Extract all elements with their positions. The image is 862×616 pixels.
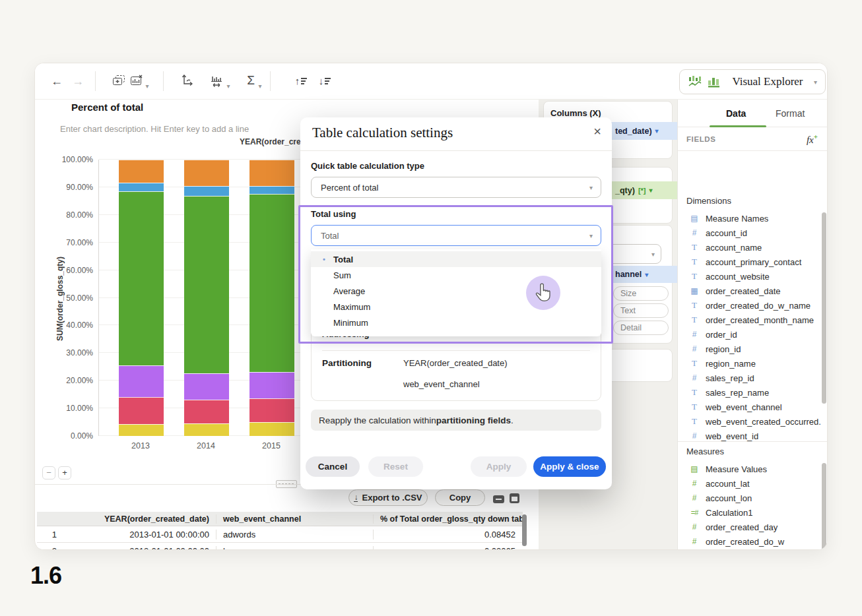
dimension-field-item[interactable]: region_name (681, 356, 821, 371)
close-button[interactable]: × (593, 124, 601, 139)
bar-segment-green-segment[interactable] (119, 191, 164, 365)
zoom-out-button[interactable]: − (42, 466, 55, 479)
sort-descending-button[interactable]: ↓ (316, 73, 333, 90)
dimension-field-item[interactable]: web_event_created_occurred... (681, 414, 821, 429)
dimension-field-item[interactable]: account_primary_contact (681, 255, 821, 269)
dimension-field-item[interactable]: sales_rep_name (681, 385, 821, 400)
tab-format[interactable]: Format (776, 100, 805, 127)
dimension-field-item[interactable]: account_id (681, 226, 821, 240)
cancel-button[interactable]: Cancel (306, 456, 360, 477)
zoom-in-button[interactable]: + (58, 466, 71, 479)
total-using-select[interactable]: Total ▾ (311, 225, 601, 246)
bar-segment-red-segment[interactable] (249, 398, 294, 422)
bar-segment-orange-segment[interactable] (184, 160, 229, 186)
bar-segment-yellow-segment[interactable] (119, 424, 164, 436)
tab-data[interactable]: Data (726, 100, 746, 127)
dropdown-option[interactable]: Sum (311, 267, 601, 283)
back-button[interactable]: ← (48, 73, 65, 90)
minimize-table-button[interactable] (493, 495, 504, 503)
app-switcher-button[interactable]: Visual Explorer ▾ (679, 69, 826, 94)
dimension-field-item[interactable]: Measure Names (681, 211, 821, 226)
dimensions-scrollbar[interactable] (822, 212, 826, 404)
size-slot[interactable]: Size (613, 286, 669, 301)
bar-segment-purple-segment[interactable] (119, 365, 164, 397)
dimension-field-item[interactable]: order_created_month_name (681, 313, 821, 327)
dimension-field-item[interactable]: web_event_channel (681, 400, 821, 414)
dropdown-option[interactable]: Maximum (311, 299, 601, 315)
measure-field-item[interactable]: Measure Values (681, 462, 821, 476)
dimension-field-item[interactable]: order_created_do_w_name (681, 298, 821, 313)
table-row[interactable]: 2 2013-01-01 00:00:00 banner 0.03065 (37, 543, 523, 550)
dropdown-option[interactable]: Minimum (311, 315, 601, 330)
dimension-field-item[interactable]: account_name (681, 240, 821, 255)
bar-segment-blue-segment[interactable] (184, 186, 229, 196)
maximize-table-button[interactable] (510, 493, 519, 503)
duplicate-chart-button[interactable] (110, 75, 127, 92)
swap-axes-button[interactable] (178, 75, 195, 92)
export-csv-button[interactable]: ↓ Export to .CSV (348, 489, 428, 506)
measure-field-item[interactable]: order_created_hour (681, 549, 821, 550)
chart-type-chevron[interactable]: ▾ (224, 78, 232, 96)
dropdown-option[interactable]: Average (311, 283, 601, 299)
dropdown-option[interactable]: • Total (311, 251, 601, 267)
bar-segment-yellow-segment[interactable] (184, 423, 229, 436)
table-row[interactable]: 1 2013-01-01 00:00:00 adwords 0.08452 (37, 526, 523, 543)
bar-chart-logo-icon (707, 75, 721, 88)
dimension-field-item[interactable]: region_id (681, 342, 821, 356)
bar-segment-red-segment[interactable] (184, 400, 229, 423)
dimension-field-item[interactable]: order_id (681, 327, 821, 342)
bar-segment-blue-segment[interactable] (119, 183, 164, 191)
measure-field-item[interactable]: account_lon (681, 491, 821, 505)
dimension-field-item[interactable]: order_created_date (681, 284, 821, 298)
calculation-note: Reapply the calculation within partition… (311, 410, 601, 431)
measure-field-item[interactable]: account_lat (681, 476, 821, 491)
measure-field-item[interactable]: Calculation1 (681, 505, 821, 520)
sort-ascending-button[interactable]: ↑ (292, 73, 310, 90)
copy-button[interactable]: Copy (435, 489, 485, 506)
quick-calc-select[interactable]: Percent of total ▾ (311, 177, 601, 198)
field-type-icon (689, 431, 700, 441)
apply-button[interactable]: Apply (471, 456, 527, 477)
field-type-icon (689, 286, 700, 295)
bar-segment-yellow-segment[interactable] (249, 422, 294, 436)
remove-chart-chevron[interactable]: ▾ (143, 78, 151, 96)
bar-segment-purple-segment[interactable] (249, 372, 294, 398)
field-type-icon (689, 493, 700, 503)
forward-button[interactable]: → (69, 73, 86, 90)
bar-segment-orange-segment[interactable] (249, 160, 294, 186)
bar-2014[interactable] (184, 160, 229, 436)
bar-segment-blue-segment[interactable] (249, 186, 294, 194)
field-type-icon (689, 464, 700, 474)
text-slot[interactable]: Text (613, 303, 669, 318)
aggregate-chevron[interactable]: ▾ (256, 78, 264, 96)
apply-close-button[interactable]: Apply & close (533, 456, 606, 477)
detail-slot[interactable]: Detail (613, 321, 669, 335)
bar-segment-red-segment[interactable] (119, 397, 164, 424)
bar-segment-green-segment[interactable] (184, 196, 229, 373)
chart-description-placeholder[interactable]: Enter chart description. Hit Enter key t… (60, 124, 249, 134)
column-header[interactable]: % of Total order_gloss_qty down table (374, 514, 522, 524)
column-header[interactable]: web_event_channel (216, 514, 374, 524)
measures-scrollbar[interactable] (822, 463, 826, 550)
dimensions-list: Measure Names account_id account_name (681, 211, 821, 441)
bar-segment-green-segment[interactable] (249, 194, 294, 372)
measure-field-item[interactable]: order_created_do_w (681, 534, 821, 549)
bar-2013[interactable] (119, 160, 164, 436)
field-label: order_id (706, 330, 737, 340)
reset-button[interactable]: Reset (368, 456, 423, 477)
bar-2015[interactable] (249, 160, 294, 436)
chart-title[interactable]: Percent of total (71, 102, 143, 113)
column-header[interactable]: YEAR(order_created_date) (63, 514, 216, 524)
chart-type-button[interactable] (209, 75, 226, 92)
measure-field-item[interactable]: order_created_day (681, 520, 821, 534)
download-icon: ↓ (354, 494, 358, 502)
field-type-icon (689, 344, 700, 354)
add-calculation-button[interactable]: fx+ (807, 133, 818, 146)
bar-segment-orange-segment[interactable] (119, 160, 164, 183)
dimension-field-item[interactable]: sales_rep_id (681, 371, 821, 385)
table-vertical-scrollbar[interactable] (522, 514, 527, 546)
dimension-field-item[interactable]: web_event_id (681, 429, 821, 441)
dimension-field-item[interactable]: account_website (681, 269, 821, 284)
y-tick-label: 80.00% (66, 210, 93, 220)
bar-segment-purple-segment[interactable] (184, 373, 229, 399)
